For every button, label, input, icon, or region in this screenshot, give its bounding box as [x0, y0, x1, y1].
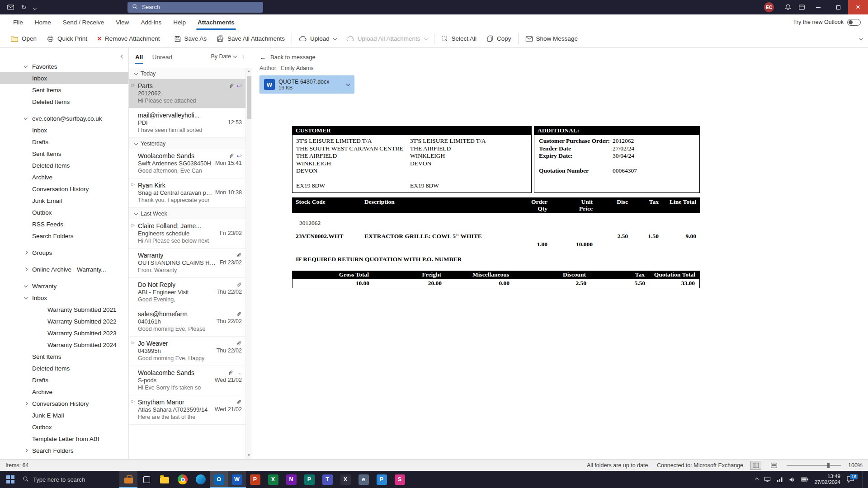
- folder-item[interactable]: Junk E-Mail: [0, 409, 128, 421]
- tab-file[interactable]: File: [7, 14, 29, 30]
- mail-list-item[interactable]: ▷Ryan KirkSnag at Central caravan parkMo…: [129, 178, 252, 208]
- select-all-button[interactable]: Select All: [436, 32, 482, 46]
- zoom-slider-thumb[interactable]: [827, 463, 830, 468]
- folder-item[interactable]: Sent Items: [0, 148, 128, 160]
- task-view-icon[interactable]: [137, 471, 156, 488]
- onenote-icon[interactable]: N: [282, 471, 300, 488]
- battery-icon[interactable]: [801, 477, 808, 482]
- folder-item[interactable]: Warranty Submitted 2023: [0, 327, 128, 339]
- folder-item[interactable]: Deleted Items: [0, 362, 128, 374]
- mail-group-header[interactable]: Today: [129, 68, 252, 79]
- conversation-expander-icon[interactable]: ▷: [132, 182, 135, 187]
- mail-list-item[interactable]: Woolacombe Sands→S-podsWed 21/02Hi Eve S…: [129, 366, 252, 395]
- outlook-app-icon[interactable]: [7, 5, 14, 10]
- folder-item[interactable]: Sent Items: [0, 84, 128, 96]
- folder-item[interactable]: Template Letter from ABI: [0, 433, 128, 445]
- network-icon[interactable]: [777, 477, 783, 482]
- sort-by-date-dropdown[interactable]: By Date: [211, 53, 236, 60]
- notifications-bell-icon[interactable]: [781, 0, 795, 14]
- normal-view-button[interactable]: [750, 461, 761, 470]
- mail-list-item[interactable]: ▷Smytham ManorAtlas Sahara AT023599/14We…: [129, 395, 252, 425]
- mail-list-item[interactable]: ▷Jo Weaver043995hThu 22/02Good morning E…: [129, 337, 252, 366]
- chevron-down-icon[interactable]: [24, 297, 30, 299]
- folder-item[interactable]: Sent Items: [0, 351, 128, 362]
- save-all-attachments-button[interactable]: Save All Attachments: [212, 32, 290, 46]
- mail-list-item[interactable]: ▷Claire Folland; Jame...Engineers schedu…: [129, 219, 252, 249]
- open-button[interactable]: Open: [5, 32, 42, 46]
- folder-item[interactable]: RSS Feeds: [0, 218, 128, 230]
- folder-item[interactable]: Junk Email: [0, 195, 128, 206]
- chevron-right-icon[interactable]: [24, 268, 30, 271]
- folder-item[interactable]: Inbox: [0, 292, 128, 304]
- quick-print-button[interactable]: Quick Print: [42, 32, 92, 46]
- copy-button[interactable]: Copy: [481, 32, 516, 46]
- chevron-down-icon[interactable]: [24, 117, 30, 119]
- save-as-button[interactable]: Save As: [169, 32, 212, 46]
- collapse-ribbon-icon[interactable]: [860, 38, 863, 40]
- mail-group-header[interactable]: Last Week: [129, 208, 252, 219]
- show-message-button[interactable]: Show Message: [520, 32, 583, 46]
- folder-section-header[interactable]: Online Archive - Warranty...: [0, 263, 128, 275]
- chevron-right-icon[interactable]: [24, 449, 30, 452]
- scrollbar-thumb[interactable]: [247, 76, 251, 119]
- folder-section-header[interactable]: Groups: [0, 247, 128, 258]
- scrollbar-down-icon[interactable]: ▼: [247, 452, 251, 458]
- dark-x-app-icon[interactable]: X: [336, 471, 354, 488]
- folder-item[interactable]: Archive: [0, 171, 128, 183]
- conversation-expander-icon[interactable]: ▷: [132, 399, 135, 404]
- edge-icon[interactable]: [192, 471, 210, 488]
- tab-help[interactable]: Help: [167, 14, 192, 30]
- folder-section-header[interactable]: eve.colton@surfbay.co.uk: [0, 113, 128, 124]
- qat-customize-icon[interactable]: [33, 3, 36, 11]
- chrome-icon[interactable]: [174, 471, 192, 488]
- attachment-card[interactable]: W QUOTE 64307.docx 19 KB: [259, 75, 354, 94]
- teams-icon[interactable]: T: [318, 471, 336, 488]
- maximize-button[interactable]: [828, 0, 848, 14]
- folder-item[interactable]: Warranty Submitted 2024: [0, 339, 128, 351]
- conversation-expander-icon[interactable]: ▷: [132, 340, 135, 345]
- mail-list-item[interactable]: Woolacombe Sands↩Swift Ardennes SG038450…: [129, 149, 252, 178]
- folder-item[interactable]: Drafts: [0, 374, 128, 386]
- chevron-right-icon[interactable]: [24, 251, 30, 254]
- conversation-expander-icon[interactable]: ▷: [132, 83, 135, 87]
- folder-item[interactable]: Deleted Items: [0, 96, 128, 108]
- start-button[interactable]: [0, 471, 21, 488]
- folder-item[interactable]: Outbox: [0, 206, 128, 218]
- close-button[interactable]: ×: [848, 0, 868, 14]
- folder-item[interactable]: Drafts: [0, 136, 128, 148]
- remove-attachment-button[interactable]: × Remove Attachment: [92, 32, 165, 46]
- back-to-message[interactable]: ← Back to message: [252, 48, 868, 61]
- mail-group-header[interactable]: Yesterday: [129, 138, 252, 149]
- upload-all-attachments-button[interactable]: Upload All Attachments: [341, 32, 432, 46]
- folder-item[interactable]: Outbox: [0, 421, 128, 433]
- folder-item[interactable]: Search Folders: [0, 445, 128, 456]
- tab-home[interactable]: Home: [29, 14, 57, 30]
- taskbar-search[interactable]: Type here to search: [21, 476, 119, 483]
- send-receive-qat-icon[interactable]: ↻: [21, 4, 26, 11]
- tab-attachments[interactable]: Attachments: [192, 14, 241, 30]
- ribbon-display-options-icon[interactable]: [795, 0, 808, 14]
- folder-item[interactable]: Deleted Items: [0, 160, 128, 171]
- mail-list-item[interactable]: WarrantyOUTSTANDING CLAIMS REP...Fri 23/…: [129, 249, 252, 278]
- conversation-expander-icon[interactable]: ▷: [132, 223, 135, 227]
- scrollbar-up-icon[interactable]: ▲: [247, 68, 251, 74]
- internet-explorer-icon[interactable]: e: [354, 471, 373, 488]
- tab-view[interactable]: View: [110, 14, 135, 30]
- outlook-icon[interactable]: O: [210, 471, 228, 488]
- photos-icon[interactable]: P: [373, 471, 391, 488]
- volume-icon[interactable]: [789, 477, 795, 483]
- zoom-slider[interactable]: [787, 465, 841, 466]
- reading-view-button[interactable]: [769, 461, 779, 470]
- mail-list-item[interactable]: ▷Parts↩2012062Hi Please see attached: [129, 79, 252, 108]
- show-desktop-button[interactable]: [862, 471, 864, 488]
- folder-item[interactable]: Inbox: [0, 124, 128, 136]
- tray-expand-icon[interactable]: [755, 478, 758, 481]
- account-avatar[interactable]: EC: [764, 2, 774, 12]
- minimize-button[interactable]: [808, 0, 828, 14]
- publisher-icon[interactable]: P: [300, 471, 318, 488]
- chevron-down-icon[interactable]: [24, 285, 30, 287]
- folder-section-header[interactable]: Warranty: [0, 280, 128, 292]
- mail-list-item[interactable]: Do Not ReplyABI - Engineer VisitThu 22/0…: [129, 278, 252, 307]
- sort-direction-icon[interactable]: ↓: [242, 53, 245, 60]
- folder-item[interactable]: Archive: [0, 386, 128, 398]
